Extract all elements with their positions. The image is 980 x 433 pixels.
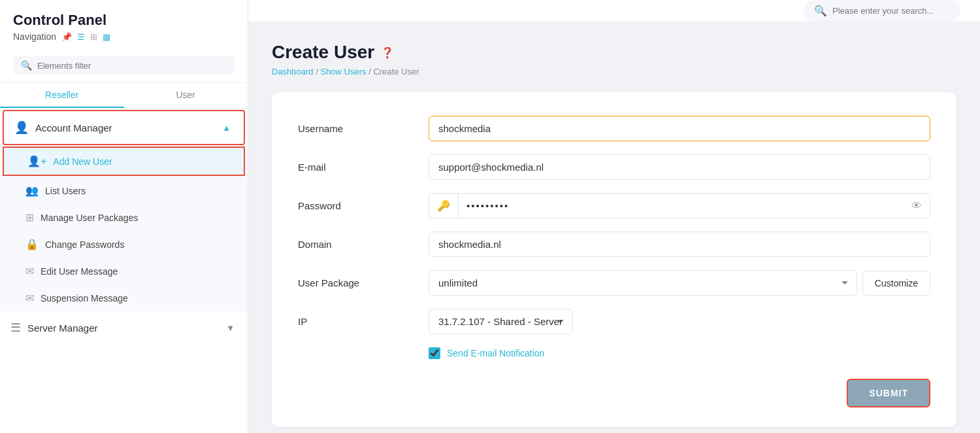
page-title: Create User <box>272 42 374 63</box>
breadcrumb-dashboard[interactable]: Dashboard <box>272 67 314 77</box>
username-input-wrap <box>429 116 930 141</box>
user-package-select-wrap: unlimited Customize <box>429 270 930 296</box>
suspension-message-label: Suspension Message <box>41 293 128 303</box>
tab-user[interactable]: User <box>124 83 248 108</box>
topbar-search-wrap: 🔍 <box>804 0 960 22</box>
user-package-label: User Package <box>298 277 416 288</box>
sidebar-filter: 🔍 <box>0 51 248 83</box>
main: 🔍 Create User ❓ Dashboard / Show Users /… <box>248 0 980 433</box>
grid2-icon[interactable]: ▦ <box>103 32 110 42</box>
password-row: Password 🔑 👁 <box>298 193 930 218</box>
breadcrumb-show-users[interactable]: Show Users <box>320 67 366 77</box>
sidebar-item-manage-user-packages[interactable]: ⊞ Manage User Packages <box>0 204 248 231</box>
help-icon[interactable]: ❓ <box>381 46 394 59</box>
email-label: E-mail <box>298 162 416 173</box>
menu-group-server-manager: ☰ Server Manager ▼ <box>0 311 248 344</box>
sidebar-item-add-new-user[interactable]: 👤+ Add New User <box>3 147 245 176</box>
person-icon: 👤 <box>14 120 29 135</box>
edit-user-message-label: Edit User Message <box>41 266 118 277</box>
password-input-wrap: 🔑 👁 <box>429 193 930 218</box>
filter-input-wrap: 🔍 <box>13 56 235 75</box>
manage-user-packages-label: Manage User Packages <box>41 213 138 223</box>
account-manager-title: 👤 Account Manager <box>14 120 112 135</box>
submit-button[interactable]: SUBMIT <box>847 379 930 407</box>
main-topbar: 🔍 <box>248 0 980 22</box>
page-title-row: Create User ❓ <box>272 42 956 63</box>
submit-row: SUBMIT <box>298 379 930 407</box>
password-input[interactable] <box>459 194 904 218</box>
account-manager-arrow: ▲ <box>222 123 231 133</box>
main-content: Create User ❓ Dashboard / Show Users / C… <box>248 22 980 433</box>
sidebar-item-suspension-message[interactable]: ✉ Suspension Message <box>0 285 248 311</box>
server-manager-label: Server Manager <box>27 322 98 334</box>
topbar-search-input[interactable] <box>832 6 950 16</box>
pin-icon[interactable]: 📌 <box>61 32 72 42</box>
envelope-suspend-icon: ✉ <box>25 292 34 304</box>
add-new-user-label: Add New User <box>53 156 112 167</box>
sidebar-tabs: Reseller User <box>0 83 248 109</box>
email-notification-row: Send E-mail Notification <box>429 347 930 359</box>
username-row: Username <box>298 116 930 141</box>
breadcrumb: Dashboard / Show Users / Create User <box>272 67 956 77</box>
grid-icon[interactable]: ⊞ <box>90 32 97 42</box>
elements-filter-input[interactable] <box>37 61 227 71</box>
ip-select[interactable]: 31.7.2.107 - Shared - Server <box>429 309 573 334</box>
email-row: E-mail <box>298 154 930 180</box>
list-users-label: List Users <box>45 186 86 196</box>
email-input-wrap <box>429 154 930 180</box>
form-card: Username E-mail Password 🔑 <box>272 92 956 427</box>
menu-group-account-manager: 👤 Account Manager ▲ 👤+ Add New User 👥 Li… <box>0 110 248 311</box>
sidebar-nav-row: Navigation 📌 ☰ ⊞ ▦ <box>13 31 235 42</box>
lock-icon: 🔒 <box>25 238 39 251</box>
username-input[interactable] <box>429 116 930 141</box>
domain-input-wrap <box>429 232 930 257</box>
server-manager-title: ☰ Server Manager <box>10 320 98 335</box>
domain-input[interactable] <box>429 232 930 257</box>
account-manager-header[interactable]: 👤 Account Manager ▲ <box>3 110 245 145</box>
list-icon[interactable]: ☰ <box>77 32 85 42</box>
ip-input-wrap: 31.7.2.107 - Shared - Server <box>429 309 930 334</box>
domain-row: Domain <box>298 232 930 257</box>
user-package-select[interactable]: unlimited <box>429 270 857 296</box>
group-icon: 👥 <box>25 184 39 197</box>
sidebar-nav-label: Navigation <box>13 31 56 42</box>
envelope-icon: ✉ <box>25 265 34 277</box>
tab-reseller[interactable]: Reseller <box>0 83 124 108</box>
sidebar-item-change-passwords[interactable]: 🔒 Change Passwords <box>0 231 248 258</box>
sidebar-menu: 👤 Account Manager ▲ 👤+ Add New User 👥 Li… <box>0 109 248 344</box>
customize-button[interactable]: Customize <box>862 271 930 296</box>
ip-label: IP <box>298 316 416 327</box>
user-package-row: User Package unlimited Customize <box>298 270 930 296</box>
sidebar-item-list-users[interactable]: 👥 List Users <box>0 177 248 204</box>
sidebar-item-edit-user-message[interactable]: ✉ Edit User Message <box>0 258 248 285</box>
key-icon: 🔑 <box>429 194 459 218</box>
person-add-icon: 👤+ <box>27 155 46 167</box>
filter-search-icon: 🔍 <box>21 60 32 71</box>
topbar-search-icon: 🔍 <box>814 5 827 17</box>
password-wrap: 🔑 👁 <box>429 193 930 218</box>
sidebar-title: Control Panel <box>13 12 235 29</box>
email-notification-checkbox[interactable] <box>429 347 440 359</box>
sidebar-header: Control Panel Navigation 📌 ☰ ⊞ ▦ <box>0 0 248 51</box>
account-manager-submenu: 👤+ Add New User 👥 List Users ⊞ Manage Us… <box>0 147 248 311</box>
server-icon: ☰ <box>10 320 21 335</box>
eye-icon[interactable]: 👁 <box>904 194 930 218</box>
server-manager-header[interactable]: ☰ Server Manager ▼ <box>0 311 248 344</box>
change-passwords-label: Change Passwords <box>45 239 124 250</box>
ip-row: IP 31.7.2.107 - Shared - Server <box>298 309 930 334</box>
email-notification-label: Send E-mail Notification <box>447 348 544 358</box>
user-package-wrap: unlimited Customize <box>429 270 930 296</box>
domain-label: Domain <box>298 239 416 250</box>
email-input[interactable] <box>429 154 930 180</box>
account-manager-label: Account Manager <box>35 122 112 133</box>
sidebar: Control Panel Navigation 📌 ☰ ⊞ ▦ 🔍 Resel… <box>0 0 248 433</box>
username-label: Username <box>298 123 416 134</box>
breadcrumb-current: Create User <box>373 67 419 77</box>
packages-icon: ⊞ <box>25 211 34 224</box>
password-label: Password <box>298 200 416 211</box>
server-manager-arrow: ▼ <box>226 323 235 333</box>
